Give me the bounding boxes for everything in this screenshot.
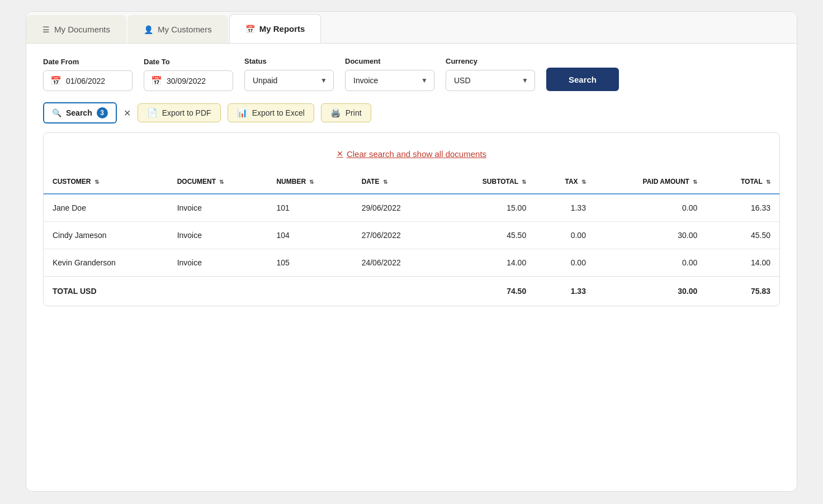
col-date[interactable]: DATE ⇅	[353, 170, 441, 194]
date-from-label: Date From	[43, 58, 133, 66]
search-count-badge: 3	[97, 107, 108, 118]
tab-my-documents[interactable]: ☰ My Documents	[26, 15, 126, 43]
document-label: Document	[345, 57, 434, 65]
cell-number: 104	[267, 222, 352, 249]
tab-my-reports[interactable]: 📅 My Reports	[229, 14, 321, 43]
list-icon: ☰	[42, 25, 50, 34]
sort-subtotal-icon: ⇅	[522, 179, 526, 185]
clear-search-link[interactable]: ✕ Clear search and show all documents	[337, 149, 486, 159]
cell-paid-amount: 0.00	[595, 249, 706, 277]
calendar-from-icon: 📅	[50, 75, 62, 86]
search-button[interactable]: Search	[546, 68, 619, 91]
total-paid-amount: 30.00	[595, 277, 706, 306]
search-icon: 🔍	[52, 108, 62, 117]
tabs: ☰ My Documents 👤 My Customers 📅 My Repor…	[26, 12, 797, 44]
cell-document: Invoice	[168, 194, 268, 222]
cell-document: Invoice	[168, 249, 268, 277]
cell-total: 45.50	[706, 222, 779, 249]
status-group: Status All Unpaid Paid Overdue ▼	[244, 57, 334, 91]
cell-date: 24/06/2022	[353, 249, 441, 277]
total-tax: 1.33	[535, 277, 595, 306]
date-to-label: Date To	[144, 58, 233, 66]
date-to-group: Date To 📅	[144, 58, 233, 91]
table-area: ✕ Clear search and show all documents CU…	[43, 132, 780, 306]
cell-total: 16.33	[706, 194, 779, 222]
cell-paid-amount: 0.00	[595, 194, 706, 222]
cell-subtotal: 14.00	[441, 249, 536, 277]
export-excel-button[interactable]: 📊 Export to Excel	[228, 103, 314, 122]
col-number[interactable]: NUMBER ⇅	[267, 170, 352, 194]
total-document	[168, 277, 268, 306]
currency-select-wrap: USD EUR GBP ▼	[446, 70, 535, 91]
col-tax[interactable]: TAX ⇅	[535, 170, 595, 194]
cell-customer: Cindy Jameson	[44, 222, 168, 249]
table-row: Kevin Granderson Invoice 105 24/06/2022 …	[44, 249, 779, 277]
table-row: Jane Doe Invoice 101 29/06/2022 15.00 1.…	[44, 194, 779, 222]
status-select-wrap: All Unpaid Paid Overdue ▼	[244, 70, 334, 91]
toolbar: 🔍 Search 3 ✕ 📄 Export to PDF 📊 Export to…	[26, 102, 797, 132]
print-button[interactable]: 🖨️ Print	[321, 103, 371, 122]
status-select[interactable]: All Unpaid Paid Overdue	[244, 70, 334, 91]
search-filter-button[interactable]: 🔍 Search 3	[43, 102, 117, 123]
tab-my-customers[interactable]: 👤 My Customers	[127, 15, 228, 43]
cell-date: 27/06/2022	[353, 222, 441, 249]
sort-customer-icon: ⇅	[94, 179, 99, 185]
date-to-input[interactable]	[167, 77, 223, 85]
total-date	[353, 277, 441, 306]
total-total: 75.83	[706, 277, 779, 306]
cell-tax: 0.00	[535, 222, 595, 249]
total-number	[267, 277, 352, 306]
filter-area: Date From 📅 Date To 📅 Status All Unpaid …	[26, 44, 797, 102]
customers-icon: 👤	[144, 25, 153, 34]
sort-paid-amount-icon: ⇅	[693, 179, 697, 185]
total-subtotal: 74.50	[441, 277, 536, 306]
date-from-input[interactable]	[66, 77, 122, 85]
col-subtotal[interactable]: SUBTOTAL ⇅	[441, 170, 536, 194]
cell-subtotal: 45.50	[441, 222, 536, 249]
cell-paid-amount: 30.00	[595, 222, 706, 249]
date-to-input-wrap[interactable]: 📅	[144, 70, 233, 91]
print-icon: 🖨️	[330, 108, 341, 118]
col-document[interactable]: DOCUMENT ⇅	[168, 170, 268, 194]
sort-tax-icon: ⇅	[581, 179, 586, 185]
table-row: Cindy Jameson Invoice 104 27/06/2022 45.…	[44, 222, 779, 249]
calendar-to-icon: 📅	[151, 75, 162, 86]
cell-number: 101	[267, 194, 352, 222]
currency-group: Currency USD EUR GBP ▼	[446, 57, 535, 91]
currency-select[interactable]: USD EUR GBP	[446, 70, 535, 91]
cell-total: 14.00	[706, 249, 779, 277]
document-select-wrap: All Invoice Credit Note Quote ▼	[345, 70, 434, 91]
results-table: CUSTOMER ⇅ DOCUMENT ⇅ NUMBER ⇅ DATE ⇅	[44, 170, 779, 306]
total-row: TOTAL USD 74.50 1.33 30.00 75.83	[44, 277, 779, 306]
status-label: Status	[244, 57, 334, 65]
total-label: TOTAL USD	[44, 277, 168, 306]
sort-number-icon: ⇅	[309, 179, 314, 185]
excel-icon: 📊	[237, 108, 248, 118]
sort-total-icon: ⇅	[766, 179, 770, 185]
document-select[interactable]: All Invoice Credit Note Quote	[345, 70, 434, 91]
reports-icon: 📅	[245, 25, 255, 34]
table-header-row: CUSTOMER ⇅ DOCUMENT ⇅ NUMBER ⇅ DATE ⇅	[44, 170, 779, 194]
pdf-icon: 📄	[147, 108, 158, 118]
col-total[interactable]: TOTAL ⇅	[706, 170, 779, 194]
currency-label: Currency	[446, 57, 535, 65]
col-customer[interactable]: CUSTOMER ⇅	[44, 170, 168, 194]
date-from-input-wrap[interactable]: 📅	[43, 70, 133, 91]
sort-date-icon: ⇅	[383, 179, 387, 185]
cell-number: 105	[267, 249, 352, 277]
cell-document: Invoice	[168, 222, 268, 249]
cell-subtotal: 15.00	[441, 194, 536, 222]
date-from-group: Date From 📅	[43, 58, 133, 91]
search-label: Search	[66, 108, 92, 117]
export-pdf-button[interactable]: 📄 Export to PDF	[138, 103, 221, 122]
document-group: Document All Invoice Credit Note Quote ▼	[345, 57, 434, 91]
col-paid-amount[interactable]: PAID AMOUNT ⇅	[595, 170, 706, 194]
sort-document-icon: ⇅	[219, 179, 224, 185]
cell-date: 29/06/2022	[353, 194, 441, 222]
clear-search-row: ✕ Clear search and show all documents	[44, 133, 779, 170]
clear-x-icon: ✕	[337, 149, 343, 158]
cell-customer: Jane Doe	[44, 194, 168, 222]
clear-search-icon[interactable]: ✕	[124, 108, 131, 118]
main-container: ☰ My Documents 👤 My Customers 📅 My Repor…	[26, 11, 797, 492]
cell-tax: 1.33	[535, 194, 595, 222]
